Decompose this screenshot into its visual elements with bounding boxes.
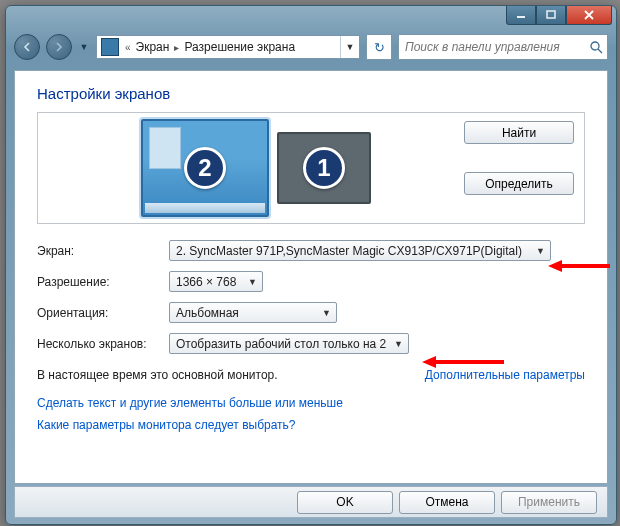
chevron-down-icon: ▼ (245, 274, 260, 289)
address-dropdown[interactable]: ▼ (340, 36, 359, 58)
window-frame: ▼ « Экран ▸ Разрешение экрана ▼ ↻ Настро… (5, 5, 617, 525)
cancel-button[interactable]: Отмена (399, 491, 495, 514)
page-title: Настройки экранов (37, 85, 585, 102)
which-settings-link[interactable]: Какие параметры монитора следует выбрать… (37, 418, 585, 432)
display-value: 2. SyncMaster 971P,SyncMaster Magic CX91… (176, 244, 522, 258)
monitors-preview: 2 1 Найти Определить (37, 112, 585, 224)
close-button[interactable] (566, 6, 612, 25)
minimize-button[interactable] (506, 6, 536, 25)
ok-button[interactable]: OK (297, 491, 393, 514)
search-icon (585, 41, 607, 54)
resolution-value: 1366 × 768 (176, 275, 236, 289)
monitor-number: 2 (184, 147, 226, 189)
monitor-1[interactable]: 1 (277, 132, 371, 204)
chevron-down-icon: ▼ (533, 243, 548, 258)
apply-button[interactable]: Применить (501, 491, 597, 514)
nav-history-dropdown[interactable]: ▼ (78, 42, 90, 52)
display-select[interactable]: 2. SyncMaster 971P,SyncMaster Magic CX91… (169, 240, 551, 261)
chevron-down-icon: ▼ (391, 336, 406, 351)
multiple-displays-value: Отобразить рабочий стол только на 2 (176, 337, 386, 351)
maximize-button[interactable] (536, 6, 566, 25)
resolution-select[interactable]: 1366 × 768 ▼ (169, 271, 263, 292)
svg-line-3 (598, 49, 602, 53)
dialog-footer: OK Отмена Применить (14, 486, 608, 518)
search-input[interactable] (399, 40, 585, 54)
breadcrumb-overflow: « (123, 42, 133, 53)
multiple-displays-select[interactable]: Отобразить рабочий стол только на 2 ▼ (169, 333, 409, 354)
content-panel: Настройки экранов 2 1 Найти Определить (14, 70, 608, 484)
monitor-2[interactable]: 2 (141, 119, 269, 217)
search-box[interactable] (398, 34, 608, 60)
svg-rect-1 (547, 11, 555, 18)
monitor-number: 1 (303, 147, 345, 189)
orientation-label: Ориентация: (37, 306, 169, 320)
display-label: Экран: (37, 244, 169, 258)
chevron-right-icon: ▸ (172, 42, 181, 53)
breadcrumb[interactable]: Экран (133, 40, 173, 54)
taskbar-preview (145, 203, 265, 213)
nav-back-button[interactable] (14, 34, 40, 60)
svg-point-2 (591, 42, 599, 50)
multiple-displays-label: Несколько экранов: (37, 337, 169, 351)
resolution-label: Разрешение: (37, 275, 169, 289)
location-icon (101, 38, 119, 56)
nav-forward-button[interactable] (46, 34, 72, 60)
detect-button[interactable]: Найти (464, 121, 574, 144)
svg-rect-0 (517, 16, 525, 18)
orientation-select[interactable]: Альбомная ▼ (169, 302, 337, 323)
text-size-link[interactable]: Сделать текст и другие элементы больше и… (37, 396, 585, 410)
chevron-down-icon: ▼ (319, 305, 334, 320)
orientation-value: Альбомная (176, 306, 239, 320)
refresh-button[interactable]: ↻ (366, 34, 392, 60)
monitors-area[interactable]: 2 1 (38, 113, 474, 223)
titlebar (6, 6, 616, 30)
identify-button[interactable]: Определить (464, 172, 574, 195)
advanced-settings-link[interactable]: Дополнительные параметры (425, 368, 585, 382)
nav-row: ▼ « Экран ▸ Разрешение экрана ▼ ↻ (6, 30, 616, 64)
address-bar[interactable]: « Экран ▸ Разрешение экрана ▼ (96, 35, 360, 59)
primary-monitor-status: В настоящее время это основной монитор. (37, 368, 278, 382)
breadcrumb[interactable]: Разрешение экрана (181, 40, 298, 54)
settings-form: Экран: 2. SyncMaster 971P,SyncMaster Mag… (37, 240, 585, 354)
